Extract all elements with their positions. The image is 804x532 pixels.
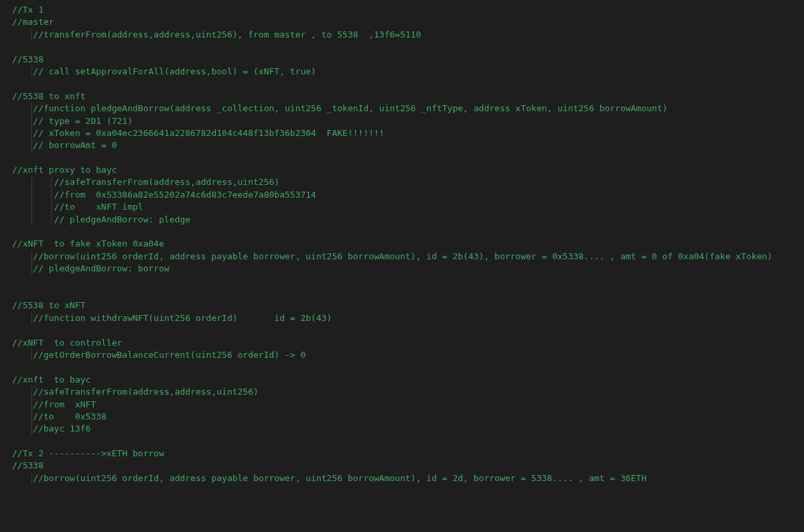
code-line: //function withdrawNFT(uint256 orderId) …: [12, 312, 804, 324]
code-line: // pledgeAndBorrow: pledge: [12, 214, 804, 226]
code-line: //transferFrom(address,address,uint256),…: [12, 29, 804, 41]
code-line: // xToken = 0xa04ec2366641a2286782d104c4…: [12, 127, 804, 139]
code-line: //Tx 2 ---------->xETH borrow: [12, 448, 804, 460]
code-line: // type = 2D1 (721): [12, 115, 804, 127]
code-line: //5338: [12, 460, 804, 472]
code-line: //master: [12, 16, 804, 28]
code-line: //function pledgeAndBorrow(address _coll…: [12, 103, 804, 115]
code-line: // call setApprovalForAll(address,bool) …: [12, 66, 804, 78]
code-line: //xNFT to controller: [12, 337, 804, 349]
code-line: //to xNFT impl: [12, 201, 804, 213]
code-line: //xnft proxy to bayc: [12, 164, 804, 176]
code-line: [12, 287, 804, 300]
code-line: [12, 78, 804, 90]
code-line: // borrowAmt = 0: [12, 139, 804, 151]
code-line: [12, 436, 804, 448]
code-line: //5338: [12, 54, 804, 66]
code-line: //borrow(uint256 orderId, address payabl…: [12, 472, 804, 484]
code-line: //5538 to xNFT: [12, 300, 804, 312]
code-line: [12, 361, 804, 373]
code-line: [12, 152, 804, 164]
code-line: [12, 324, 804, 336]
code-line: // pledgeAndBorrow: borrow: [12, 263, 804, 275]
code-line: //xNFT to fake xToken 0xa04e: [12, 238, 804, 250]
code-line: //from xNFT: [12, 399, 804, 411]
code-panel: //Tx 1//master //transferFrom(address,ad…: [0, 0, 804, 532]
code-line: [12, 41, 804, 53]
code-line: //5538 to xnft: [12, 90, 804, 103]
code-line: //Tx 1: [12, 4, 804, 16]
code-line: //getOrderBorrowBalanceCurrent(uint256 o…: [12, 349, 804, 361]
code-line: //from 0x53386a82e55202a74c6d83c7eede7a8…: [12, 189, 804, 201]
code-line: //safeTransferFrom(address,address,uint2…: [12, 176, 804, 188]
code-line: //to 0x5338: [12, 411, 804, 423]
code-line: [12, 226, 804, 238]
code-line: [12, 275, 804, 287]
code-line: //xnft to bayc: [12, 374, 804, 386]
code-line: //borrow(uint256 orderId, address payabl…: [12, 251, 804, 263]
code-line: //safeTransferFrom(address,address,uint2…: [12, 386, 804, 398]
code-line: //bayc 13f6: [12, 423, 804, 435]
